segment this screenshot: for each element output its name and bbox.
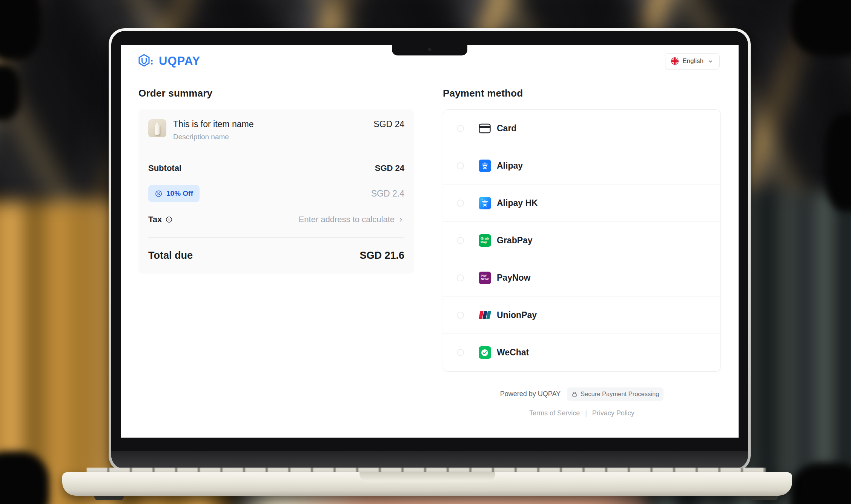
chevron-down-icon — [707, 58, 714, 65]
alipay-icon — [479, 160, 491, 172]
chevron-right-icon — [397, 216, 404, 223]
order-summary-card: This is for item name Description name S… — [138, 109, 414, 274]
payment-option-unionpay[interactable]: UnionPay — [443, 297, 720, 334]
payment-radio[interactable] — [457, 274, 464, 281]
wechat-icon — [479, 346, 491, 359]
payment-option-alipay[interactable]: Alipay — [443, 147, 720, 184]
desktop-scene: UQPAY — [0, 0, 851, 504]
laptop-base-notch — [359, 472, 495, 482]
privacy-policy-link[interactable]: Privacy Policy — [592, 409, 634, 417]
tax-row: Tax Enter address to calculate — [148, 215, 404, 224]
payment-radio[interactable] — [457, 200, 464, 207]
enter-address-action[interactable]: Enter address to calculate — [299, 215, 404, 224]
product-image — [148, 119, 166, 137]
paynow-icon: PAY NOW — [479, 272, 491, 284]
laptop-hinge — [111, 451, 748, 469]
order-summary-title: Order summary — [138, 88, 414, 99]
enter-address-label: Enter address to calculate — [299, 215, 395, 224]
payment-radio[interactable] — [457, 312, 464, 319]
powered-by-text: Powered by UQPAY — [500, 390, 561, 398]
payment-option-alipay-hk[interactable]: Alipay HK — [443, 184, 720, 222]
payment-label: Alipay — [497, 161, 523, 171]
payment-option-paynow[interactable]: PAY NOW PayNow — [443, 259, 720, 297]
payment-label: Alipay HK — [497, 198, 538, 208]
total-value: SGD 21.6 — [359, 250, 404, 261]
payment-label: GrabPay — [497, 235, 533, 246]
unionpay-icon — [479, 311, 490, 319]
discount-badge: 10% Off — [148, 185, 200, 202]
payment-label: Card — [497, 123, 516, 134]
payment-radio[interactable] — [457, 162, 464, 169]
grabpay-icon: Grab Pay — [479, 234, 491, 247]
payment-radio[interactable] — [457, 349, 464, 356]
total-label: Total due — [148, 250, 193, 261]
terms-of-service-link[interactable]: Terms of Service — [529, 409, 580, 417]
checkout-page: UQPAY — [121, 45, 739, 438]
order-summary-section: Order summary This is for item name Desc… — [138, 88, 414, 417]
info-icon[interactable] — [165, 216, 173, 223]
card-icon — [479, 123, 491, 134]
language-label: English — [682, 57, 704, 65]
lock-icon — [571, 391, 578, 397]
payment-label: UnionPay — [497, 310, 537, 320]
payment-option-card[interactable]: Card — [443, 110, 720, 147]
payment-method-list: Card Alipay — [443, 109, 721, 372]
footer-link-separator: | — [585, 409, 587, 417]
camera-notch — [392, 45, 467, 55]
alipay-hk-icon — [479, 197, 491, 209]
total-row: Total due SGD 21.6 — [148, 250, 404, 264]
payment-radio[interactable] — [457, 125, 464, 132]
item-description: Description name — [173, 133, 253, 141]
subtotal-label: Subtotal — [148, 163, 181, 173]
discount-value: SGD 2.4 — [371, 189, 404, 199]
payment-method-section: Payment method — [443, 88, 721, 417]
laptop-screen: UQPAY — [121, 45, 739, 438]
laptop-lid: UQPAY — [109, 28, 751, 472]
item-name: This is for item name — [173, 119, 253, 129]
brand-wordmark: UQPAY — [159, 54, 200, 68]
discount-badge-label: 10% Off — [166, 189, 193, 198]
payment-option-wechat[interactable]: WeChat — [443, 334, 720, 371]
uqpay-logo: UQPAY — [138, 54, 200, 69]
secure-payment-label: Secure Payment Processing — [581, 390, 659, 398]
language-selector[interactable]: English — [665, 53, 720, 69]
tax-label: Tax — [148, 215, 162, 224]
divider — [148, 151, 404, 151]
secure-payment-badge: Secure Payment Processing — [567, 387, 664, 401]
order-item-row: This is for item name Description name S… — [148, 119, 404, 141]
discount-row: 10% Off SGD 2.4 — [148, 185, 404, 202]
laptop-bezel: UQPAY — [111, 31, 748, 469]
laptop-base — [62, 472, 792, 496]
payment-option-grabpay[interactable]: Grab Pay GrabPay — [443, 222, 720, 259]
payment-method-title: Payment method — [443, 88, 721, 99]
subtotal-row: Subtotal SGD 24 — [148, 163, 404, 173]
uk-flag-icon — [671, 57, 679, 65]
item-price: SGD 24 — [373, 119, 404, 129]
payment-label: WeChat — [497, 347, 529, 358]
subtotal-value: SGD 24 — [375, 163, 404, 173]
payment-radio[interactable] — [457, 237, 464, 244]
discount-percent-icon — [155, 190, 163, 198]
webcam-dot — [428, 48, 432, 51]
payment-label: PayNow — [497, 273, 530, 283]
uqpay-logo-icon — [138, 54, 155, 69]
page-footer: Powered by UQPAY Secure Payment Processi… — [443, 387, 721, 417]
divider — [148, 237, 404, 238]
